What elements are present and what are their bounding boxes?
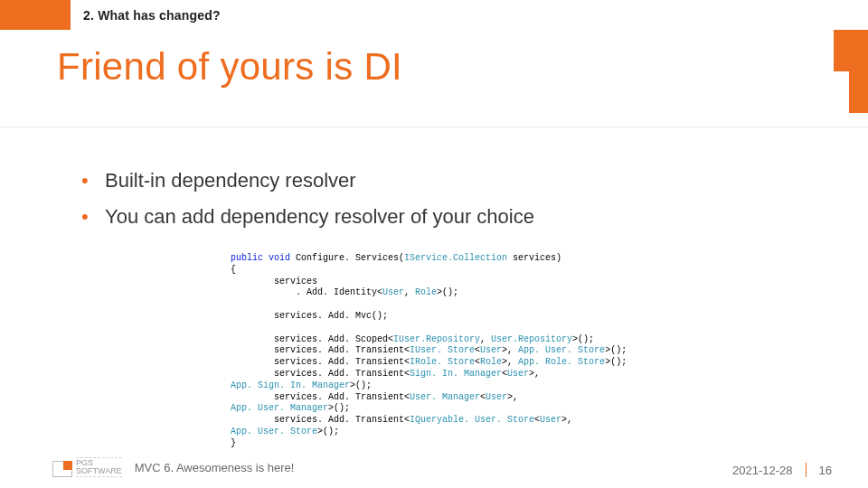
code-text: >, — [507, 392, 518, 402]
accent-square-icon — [0, 0, 71, 30]
code-type: Sign. In. Manager — [410, 369, 502, 379]
code-text: >, — [502, 357, 518, 367]
code-type: App. Sign. In. Manager — [231, 380, 350, 390]
code-text: services. Add. Transient< — [231, 345, 410, 355]
code-type: IQueryable. User. Store — [410, 415, 534, 425]
code-text: >(); — [437, 287, 458, 297]
footer-divider-icon — [806, 463, 807, 477]
deck-title: MVC 6. Awesomeness is here! — [135, 461, 295, 474]
code-text: >, — [529, 369, 540, 379]
code-type: User.Repository — [491, 334, 572, 344]
decor-stub-bottom-icon — [849, 71, 868, 113]
list-item: Built-in dependency resolver — [81, 163, 534, 199]
code-text: >(); — [605, 345, 627, 355]
code-type: IUser.Repository — [393, 334, 480, 344]
code-text: services. Add. Transient< — [231, 415, 410, 425]
code-text: >, — [502, 345, 518, 355]
code-text: >(); — [605, 357, 627, 367]
logo: PGS SOFTWARE — [52, 457, 122, 477]
code-type: Role — [415, 287, 437, 297]
bullet-list: Built-in dependency resolver You can add… — [81, 163, 534, 234]
logo-text: PGS SOFTWARE — [76, 457, 122, 477]
code-text: >(); — [328, 403, 350, 413]
slide-title: Friend of yours is DI — [57, 45, 402, 89]
code-type: App. Role. Store — [518, 357, 605, 367]
code-text: services. Add. Mvc(); — [231, 311, 388, 321]
code-text: >(); — [350, 380, 372, 390]
code-text: Configure. Services( — [290, 253, 404, 263]
code-text: services — [231, 277, 317, 286]
code-type: User — [382, 287, 404, 297]
code-text: >(); — [317, 427, 339, 436]
code-type: User — [507, 369, 529, 379]
title-underline-icon — [0, 127, 868, 127]
code-type: IRole. Store — [410, 357, 475, 367]
code-block: public void Configure. Services(IService… — [231, 253, 627, 450]
code-text: >, — [561, 415, 572, 425]
code-text: services. Add. Transient< — [231, 369, 410, 379]
logo-mark-icon — [52, 461, 72, 477]
code-type: IUser. Store — [410, 345, 475, 355]
code-type: App. User. Manager — [231, 403, 328, 413]
code-type: App. User. Store — [518, 345, 605, 355]
decor-stub-top-icon — [834, 30, 868, 71]
code-keyword: void — [269, 253, 290, 263]
code-type: User — [480, 345, 502, 355]
code-type: User — [540, 415, 561, 425]
code-keyword: public — [231, 253, 263, 263]
footer-date: 2021-12-28 — [732, 464, 793, 477]
code-type: Role — [480, 357, 502, 367]
list-item: You can add dependency resolver of your … — [81, 199, 534, 235]
code-type: User — [486, 392, 507, 402]
code-type: User. Manager — [410, 392, 480, 402]
code-text: { — [231, 265, 236, 275]
code-text: services. Add. Transient< — [231, 357, 410, 367]
code-text: , — [404, 287, 415, 297]
code-text: . Add. Identity< — [231, 287, 382, 297]
code-type: App. User. Store — [231, 427, 317, 436]
section-label: 2. What has changed? — [83, 8, 221, 23]
code-text: } — [231, 438, 236, 448]
code-text: , — [480, 334, 491, 344]
footer-right: 2021-12-28 16 — [732, 463, 832, 477]
code-text: >(); — [572, 334, 594, 344]
code-text: services) — [507, 253, 561, 263]
slide: 2. What has changed? Friend of yours is … — [0, 0, 868, 488]
page-number: 16 — [819, 464, 832, 477]
code-type: IService.Collection — [404, 253, 507, 263]
code-text: services. Add. Transient< — [231, 392, 410, 402]
logo-line2: SOFTWARE — [76, 467, 122, 475]
code-text: services. Add. Scoped< — [231, 334, 393, 344]
top-bar: 2. What has changed? — [0, 0, 868, 30]
